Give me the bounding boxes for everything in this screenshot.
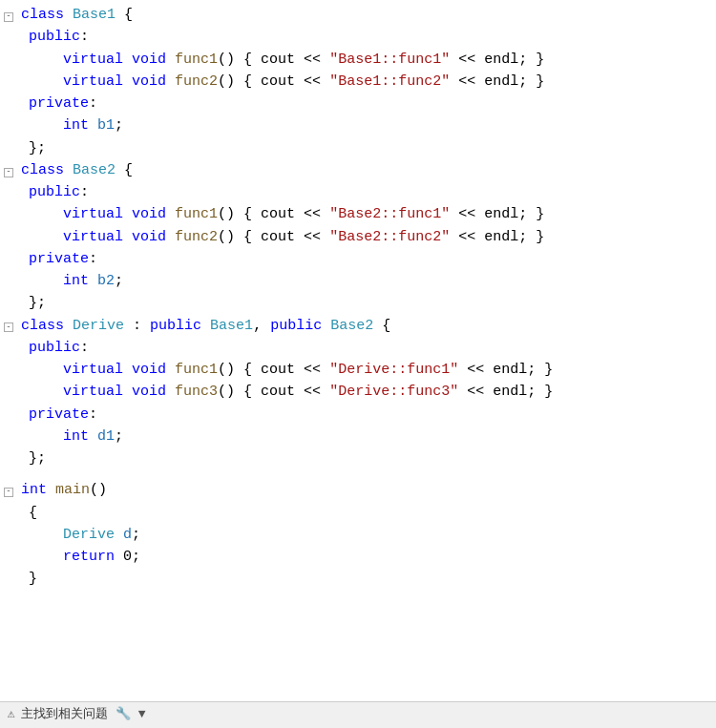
- line: - class Base1 {: [0, 4, 716, 26]
- line: {: [0, 502, 716, 524]
- fold-icon-3[interactable]: -: [4, 322, 13, 332]
- bottom-bar-action-icon[interactable]: 🔧 ▼: [116, 705, 146, 724]
- fold-gutter-1[interactable]: -: [0, 12, 17, 22]
- code-line-13: int b2;: [25, 270, 123, 292]
- line: virtual void func2() { cout << "Base1::f…: [0, 71, 716, 93]
- bottom-bar-label: 主找到相关问题: [21, 705, 108, 724]
- line: int d1;: [0, 426, 716, 447]
- line: return 0;: [0, 546, 716, 568]
- code-line-22: int main(): [17, 479, 107, 501]
- line: - int main(): [0, 479, 716, 501]
- code-line-12: private:: [25, 248, 97, 270]
- code-line-9: public:: [25, 181, 89, 203]
- fold-gutter-3[interactable]: -: [0, 322, 17, 332]
- line: virtual void func1() { cout << "Base1::f…: [0, 49, 716, 71]
- code-line-1: class Base1 {: [17, 4, 133, 26]
- code-line-11: virtual void func2() { cout << "Base2::f…: [25, 226, 544, 248]
- line: virtual void func1() { cout << "Derive::…: [0, 359, 716, 381]
- code-line-6: int b1;: [25, 114, 123, 136]
- code-editor: - class Base1 { public: virtual void fun…: [0, 0, 716, 728]
- line: }: [0, 568, 716, 590]
- code-line-16: public:: [25, 337, 89, 359]
- code-line-18: virtual void func3() { cout << "Derive::…: [25, 381, 553, 403]
- line: private:: [0, 248, 716, 270]
- code-line-15: class Derive : public Base1, public Base…: [17, 315, 390, 337]
- line: virtual void func3() { cout << "Derive::…: [0, 381, 716, 403]
- line: virtual void func1() { cout << "Base2::f…: [0, 203, 716, 225]
- code-line-21: };: [25, 447, 46, 469]
- line: int b2;: [0, 270, 716, 292]
- fold-gutter-4[interactable]: -: [0, 488, 17, 497]
- line: virtual void func2() { cout << "Base2::f…: [0, 226, 716, 248]
- code-line-20: int d1;: [25, 426, 123, 447]
- line: public:: [0, 26, 716, 48]
- code-line-4: virtual void func2() { cout << "Base1::f…: [25, 71, 544, 93]
- code-line-14: };: [25, 292, 46, 314]
- code-line-24: Derive d;: [25, 524, 140, 546]
- line: Derive d;: [0, 524, 716, 546]
- line: - class Derive : public Base1, public Ba…: [0, 315, 716, 337]
- line: public:: [0, 337, 716, 359]
- code-line-25: return 0;: [25, 546, 140, 568]
- code-line-23: {: [25, 502, 37, 524]
- separator: [0, 469, 716, 479]
- line: int b1;: [0, 114, 716, 136]
- code-line-10: virtual void func1() { cout << "Base2::f…: [25, 203, 544, 225]
- code-line-19: private:: [25, 404, 97, 426]
- bottom-bar: ⚠ 主找到相关问题 🔧 ▼: [0, 701, 716, 728]
- fold-icon-4[interactable]: -: [4, 488, 13, 497]
- line: private:: [0, 404, 716, 426]
- code-line-26: }: [25, 568, 37, 590]
- line: };: [0, 137, 716, 159]
- code-area: - class Base1 { public: virtual void fun…: [0, 0, 716, 594]
- code-line-8: class Base2 {: [17, 159, 133, 181]
- fold-icon-2[interactable]: -: [4, 168, 13, 177]
- code-line-7: };: [25, 137, 46, 159]
- line: private:: [0, 93, 716, 114]
- code-line-2: public:: [25, 26, 89, 48]
- line: public:: [0, 181, 716, 203]
- line: - class Base2 {: [0, 159, 716, 181]
- line: };: [0, 292, 716, 314]
- code-line-17: virtual void func1() { cout << "Derive::…: [25, 359, 553, 381]
- line: };: [0, 447, 716, 469]
- fold-icon-1[interactable]: -: [4, 12, 13, 22]
- warning-icon: ⚠: [8, 705, 15, 724]
- code-line-3: virtual void func1() { cout << "Base1::f…: [25, 49, 544, 71]
- fold-gutter-2[interactable]: -: [0, 168, 17, 177]
- code-line-5: private:: [25, 93, 97, 114]
